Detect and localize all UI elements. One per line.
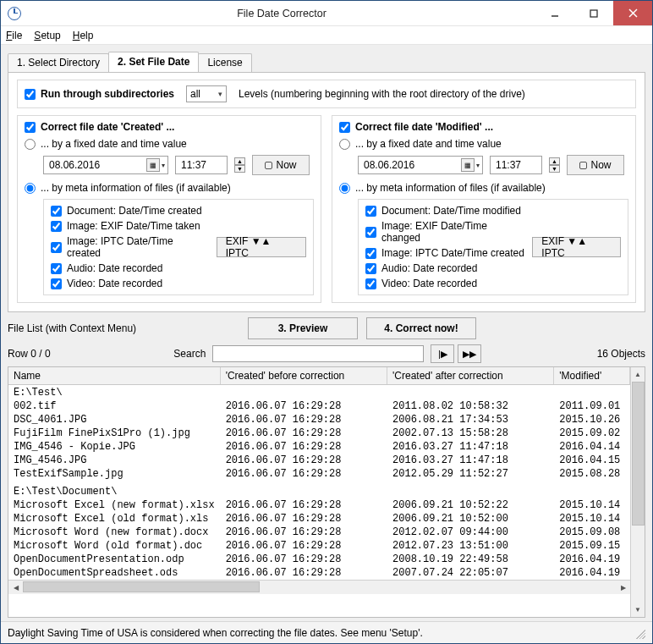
created-fixed-radio[interactable] bbox=[25, 139, 36, 150]
app-window: File Date Corrector File Setup Help 1. S… bbox=[0, 0, 653, 644]
table-row[interactable]: DSC_4061.JPG2016.06.07 16:29:282006.08.2… bbox=[8, 413, 630, 427]
chevron-down-icon: ▾ bbox=[476, 162, 480, 169]
table-row[interactable]: TestExifSample.jpg2016.06.07 16:29:28201… bbox=[8, 467, 630, 481]
hscrollbar[interactable]: ◀ ▶ bbox=[8, 580, 630, 594]
modified-meta-label: ... by meta information of files (if ava… bbox=[355, 182, 546, 194]
maximize-button[interactable] bbox=[574, 1, 613, 25]
square-icon bbox=[265, 162, 272, 169]
modified-fixed-label: ... by a fixed date and time value bbox=[355, 138, 502, 150]
levels-desc: Levels (numbering beginning with the roo… bbox=[239, 88, 525, 100]
tab-set-file-date[interactable]: 2. Set File Date bbox=[108, 52, 199, 72]
modified-video-check[interactable]: Video: Date recorded bbox=[365, 278, 525, 289]
modified-date-picker[interactable]: 08.06.2016 ▦▾ bbox=[358, 156, 483, 174]
created-time-picker[interactable]: 11:37 bbox=[175, 156, 228, 174]
scroll-right-icon: ▶ bbox=[616, 584, 630, 592]
correct-now-button[interactable]: 4. Correct now! bbox=[366, 317, 476, 339]
tabstrip: 1. Select Directory 2. Set File Date Lic… bbox=[8, 52, 645, 72]
col-before[interactable]: 'Created' before correction bbox=[220, 367, 387, 385]
table-row[interactable]: Microsoft Excel (old format).xls2016.06.… bbox=[8, 512, 630, 526]
created-enable-checkbox[interactable] bbox=[25, 122, 36, 133]
vscrollbar[interactable]: ▲ ▼ bbox=[630, 367, 645, 617]
play-icon: |▶ bbox=[438, 349, 447, 360]
subdir-checkbox[interactable]: Run through subdirectories bbox=[25, 88, 174, 100]
table-row[interactable]: FujiFilm FinePixS1Pro (1).jpg2016.06.07 … bbox=[8, 427, 630, 440]
file-table[interactable]: Name 'Created' before correction 'Create… bbox=[8, 366, 645, 618]
modified-meta-radio[interactable] bbox=[339, 183, 350, 194]
status-text: Daylight Saving Time of USA is considere… bbox=[8, 627, 423, 639]
spinner-down-icon: ▼ bbox=[234, 165, 245, 173]
created-date-value: 08.06.2016 bbox=[49, 159, 100, 171]
created-video-check[interactable]: Video: Date recorded bbox=[51, 278, 210, 289]
table-row[interactable]: OpenDocumentSpreadsheet.ods2016.06.07 16… bbox=[8, 566, 630, 580]
col-name[interactable]: Name bbox=[8, 367, 220, 385]
chevron-down-icon: ▾ bbox=[162, 162, 165, 169]
window-title: File Date Corrector bbox=[28, 8, 535, 19]
table-row[interactable]: Microsoft Word (old format).doc2016.06.0… bbox=[8, 539, 630, 553]
modified-fixed-radio[interactable] bbox=[339, 139, 350, 150]
modified-time-value: 11:37 bbox=[496, 159, 521, 171]
preview-button[interactable]: 3. Preview bbox=[248, 317, 358, 339]
spinner-up-icon: ▲ bbox=[234, 157, 245, 165]
search-next-button[interactable]: |▶ bbox=[431, 344, 454, 363]
table-group[interactable]: E:\Test\ bbox=[8, 385, 630, 400]
tab-select-directory[interactable]: 1. Select Directory bbox=[8, 53, 109, 72]
tabpage-set-file-date: Run through subdirectories all ▾ Levels … bbox=[8, 72, 645, 312]
tab-license[interactable]: License bbox=[198, 53, 251, 72]
modified-time-spinner[interactable]: ▲ ▼ bbox=[549, 157, 560, 173]
modified-enable-checkbox[interactable] bbox=[339, 122, 350, 133]
levels-select[interactable]: all ▾ bbox=[186, 85, 227, 102]
col-after[interactable]: 'Created' after correction bbox=[387, 367, 554, 385]
resize-grip-icon[interactable] bbox=[634, 627, 645, 639]
modified-time-picker[interactable]: 11:37 bbox=[490, 156, 542, 174]
modified-panel: Correct file date 'Modified' ... ... by … bbox=[332, 115, 636, 303]
created-audio-check[interactable]: Audio: Date recorded bbox=[51, 262, 210, 274]
modified-exif-iptc-button[interactable]: EXIF ▼▲ IPTC bbox=[532, 237, 621, 257]
created-now-button[interactable]: Now bbox=[252, 155, 310, 175]
modified-exif-check[interactable]: Image: EXIF Date/Time changed bbox=[365, 220, 525, 244]
subdir-label: Run through subdirectories bbox=[41, 88, 174, 100]
menu-help[interactable]: Help bbox=[73, 30, 94, 41]
now-label: Now bbox=[276, 159, 296, 171]
created-doc-check[interactable]: Document: Date/Time created bbox=[51, 205, 210, 217]
hscroll-thumb[interactable] bbox=[23, 581, 260, 592]
modified-date-value: 08.06.2016 bbox=[364, 159, 414, 171]
app-icon bbox=[8, 7, 21, 20]
calendar-icon: ▦ bbox=[146, 158, 160, 172]
table-group[interactable]: E:\Test\Document\ bbox=[8, 481, 630, 498]
menu-file[interactable]: File bbox=[6, 30, 22, 41]
created-exif-iptc-button[interactable]: EXIF ▼▲ IPTC bbox=[217, 237, 306, 257]
statusbar: Daylight Saving Time of USA is considere… bbox=[1, 621, 652, 643]
subdir-panel: Run through subdirectories all ▾ Levels … bbox=[17, 80, 636, 108]
created-iptc-check[interactable]: Image: IPTC Date/Time created bbox=[51, 235, 210, 259]
modified-audio-check[interactable]: Audio: Date recorded bbox=[365, 262, 525, 274]
menu-setup[interactable]: Setup bbox=[34, 30, 60, 41]
table-row[interactable]: Microsoft Excel (new format).xlsx2016.06… bbox=[8, 498, 630, 512]
col-modified[interactable]: 'Modified' bbox=[554, 367, 630, 385]
created-exif-check[interactable]: Image: EXIF Date/Time taken bbox=[51, 220, 210, 232]
created-meta-label: ... by meta information of files (if ava… bbox=[41, 182, 231, 194]
search-skip-button[interactable]: ▶▶ bbox=[458, 344, 481, 363]
modified-title: Correct file date 'Modified' ... bbox=[355, 121, 493, 133]
modified-doc-check[interactable]: Document: Date/Time modified bbox=[365, 205, 525, 217]
table-header-row[interactable]: Name 'Created' before correction 'Create… bbox=[8, 367, 630, 385]
created-date-picker[interactable]: 08.06.2016 ▦▾ bbox=[43, 156, 168, 174]
created-panel: Correct file date 'Created' ... ... by a… bbox=[17, 115, 321, 303]
now-label: Now bbox=[590, 159, 611, 171]
table-row[interactable]: OpenDocumentPresentation.odp2016.06.07 1… bbox=[8, 553, 630, 566]
menubar: File Setup Help bbox=[1, 26, 652, 45]
created-time-spinner[interactable]: ▲ ▼ bbox=[234, 157, 245, 173]
table-row[interactable]: IMG_4546.JPG2016.06.07 16:29:282016.03.2… bbox=[8, 454, 630, 467]
close-button[interactable] bbox=[613, 1, 652, 25]
minimize-button[interactable] bbox=[535, 1, 574, 25]
modified-now-button[interactable]: Now bbox=[567, 155, 624, 175]
vscroll-thumb[interactable] bbox=[632, 382, 645, 526]
table-row[interactable]: IMG_4546 - Kopie.JPG2016.06.07 16:29:282… bbox=[8, 440, 630, 454]
search-input[interactable] bbox=[212, 345, 424, 362]
subdir-checkbox-input[interactable] bbox=[25, 89, 36, 100]
created-meta-radio[interactable] bbox=[25, 183, 36, 194]
table-row[interactable]: 002.tif2016.06.07 16:29:282011.08.02 10:… bbox=[8, 399, 630, 413]
calendar-icon: ▦ bbox=[461, 158, 475, 172]
scroll-left-icon: ◀ bbox=[8, 584, 23, 592]
modified-iptc-check[interactable]: Image: IPTC Date/Time created bbox=[365, 247, 525, 259]
table-row[interactable]: Microsoft Word (new format).docx2016.06.… bbox=[8, 526, 630, 539]
